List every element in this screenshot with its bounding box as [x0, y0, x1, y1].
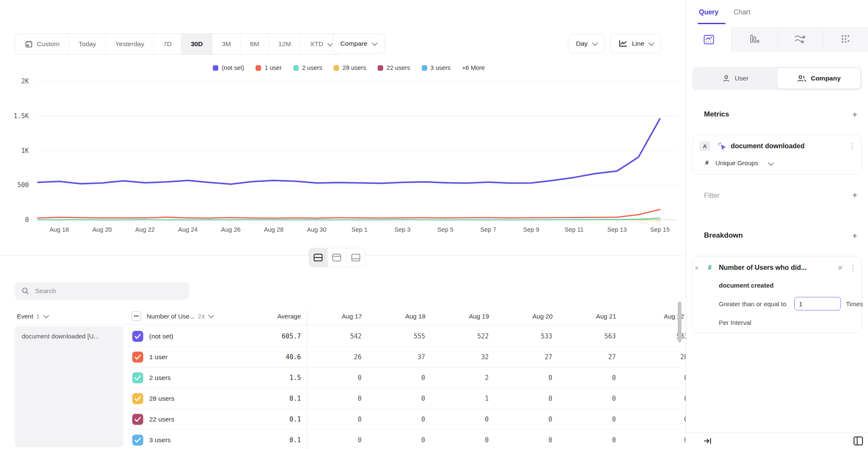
chart-type-flow-chart-icon[interactable] — [777, 27, 823, 52]
panel-toggle-icon[interactable] — [853, 435, 864, 446]
range-button-yesterday[interactable]: Yesterday — [106, 34, 154, 54]
row-value: 0 — [574, 409, 638, 430]
row-label: 3 users — [149, 430, 171, 449]
table-row: 2 users1.5002000 — [127, 368, 684, 388]
range-label: 6M — [250, 40, 259, 48]
calendar-icon — [25, 40, 33, 48]
date-column-header[interactable]: Aug 20 — [511, 308, 574, 324]
range-button-today[interactable]: Today — [69, 34, 106, 54]
chevron-down-icon — [372, 40, 378, 46]
chevron-down-icon — [648, 40, 654, 46]
row-value: 1 — [447, 388, 511, 409]
svg-text:Aug 18: Aug 18 — [50, 226, 69, 233]
row-value: 0 — [320, 430, 384, 449]
metric-card[interactable]: A document downloaded ⋮ # Unique Groups — [692, 135, 862, 175]
row-checkbox[interactable] — [132, 331, 143, 342]
svg-text:Sep 3: Sep 3 — [395, 226, 411, 233]
top-pane-view-icon — [332, 253, 342, 262]
range-button-12m[interactable]: 12M — [269, 34, 301, 54]
tab-chart[interactable]: Chart — [734, 8, 750, 16]
tab-query[interactable]: Query — [699, 8, 718, 16]
search-input[interactable] — [34, 287, 183, 295]
row-value: 0 — [320, 388, 384, 409]
event-column-header[interactable]: Event 1 — [17, 308, 48, 324]
hash-icon: # — [708, 264, 712, 272]
collapse-panel-icon[interactable] — [704, 437, 712, 445]
svg-text:0: 0 — [25, 216, 29, 224]
row-checkbox[interactable] — [132, 352, 143, 363]
metric-menu-icon[interactable]: ⋮ — [849, 142, 856, 151]
row-checkbox[interactable] — [132, 372, 143, 383]
row-value: 0 — [447, 430, 511, 449]
table-row: 3 users0.1000000 — [127, 430, 684, 449]
table-row: (not set)605.7542555522533563533 — [127, 326, 684, 347]
chevron-down-icon — [208, 313, 214, 319]
search-box — [15, 282, 189, 300]
scope-option-user[interactable]: User — [694, 68, 777, 89]
range-button-custom[interactable]: Custom — [15, 34, 69, 54]
date-column-header[interactable]: Aug 18 — [384, 308, 447, 324]
table-row: 1 user40.6263732272728 — [127, 347, 684, 368]
row-average: 0.1 — [259, 409, 301, 430]
drag-handle-icon[interactable]: ≡ — [695, 265, 698, 271]
row-value: 27 — [574, 347, 638, 367]
table-scrollbar[interactable] — [678, 302, 682, 342]
range-button-7d[interactable]: 7D — [154, 34, 181, 54]
range-label: Custom — [37, 40, 59, 48]
condition-value-input[interactable] — [794, 297, 841, 310]
date-column-header[interactable]: Aug 19 — [447, 308, 511, 324]
date-column-header[interactable]: Aug 17 — [320, 308, 384, 324]
range-label: 12M — [278, 40, 291, 48]
range-label: 7D — [163, 40, 172, 48]
layout-option-top-pane-view[interactable] — [327, 248, 346, 267]
breakdown-heading: Breakdown — [704, 231, 743, 240]
svg-text:Aug 30: Aug 30 — [307, 226, 326, 233]
row-checkbox[interactable] — [132, 435, 143, 446]
close-icon[interactable]: ✕ — [837, 264, 843, 272]
row-value: 555 — [384, 326, 447, 346]
chart-type-bar-chart-icon[interactable] — [732, 27, 777, 52]
row-checkbox[interactable] — [132, 414, 143, 425]
row-value: 27 — [511, 347, 574, 367]
row-value: 0 — [574, 388, 638, 409]
layout-option-split-view[interactable] — [309, 248, 327, 267]
average-column-header[interactable]: Average — [259, 308, 301, 324]
svg-text:Sep 13: Sep 13 — [607, 226, 627, 233]
row-label: 2 users — [149, 368, 171, 388]
group-column-header[interactable]: Number of Use... 24 — [131, 308, 213, 324]
line-chart[interactable]: 05001K1.5K2KAug 18Aug 20Aug 22Aug 24Aug … — [0, 55, 684, 241]
svg-text:Aug 20: Aug 20 — [92, 226, 112, 233]
click-event-icon — [717, 141, 727, 152]
scope-option-company[interactable]: Company — [777, 68, 861, 89]
select-all-checkbox[interactable] — [131, 311, 141, 321]
chart-type-button[interactable]: Line — [610, 34, 662, 53]
table-row: 22 users0.1000000 — [127, 409, 684, 430]
measure-label[interactable]: Unique Groups — [715, 159, 758, 166]
user-icon — [722, 75, 730, 83]
date-column-header[interactable]: Aug 21 — [574, 308, 638, 324]
range-button-30d[interactable]: 30D — [181, 34, 212, 54]
chart-type-grid-dots-icon[interactable] — [823, 27, 868, 52]
event-row[interactable]: document downloaded [U... — [15, 326, 123, 447]
row-label: (not set) — [149, 326, 173, 346]
compare-button[interactable]: Compare — [332, 33, 385, 54]
metric-letter-badge: A — [699, 141, 710, 151]
row-value: 0 — [384, 368, 447, 388]
breakdown-menu-icon[interactable]: ⋮ — [849, 264, 857, 273]
layout-option-bottom-pane-view[interactable] — [346, 248, 365, 267]
line-chart-icon — [618, 39, 628, 48]
chart-type-line-chart-icon[interactable] — [686, 27, 732, 52]
row-checkbox[interactable] — [132, 393, 143, 404]
add-metric-button[interactable]: + — [850, 110, 860, 119]
group-header-count: 24 — [198, 313, 205, 320]
range-button-3m[interactable]: 3M — [212, 34, 241, 54]
breakdown-card[interactable]: ≡ # Number of Users who did... ✕ ⋮ docum… — [692, 256, 862, 333]
add-breakdown-button[interactable]: + — [850, 231, 860, 241]
interval-button[interactable]: Day — [568, 34, 605, 53]
row-value: 26 — [320, 347, 384, 367]
add-filter-button[interactable]: + — [850, 191, 860, 200]
svg-text:1.5K: 1.5K — [14, 112, 29, 120]
layout-toggle-group — [309, 248, 365, 267]
range-button-6m[interactable]: 6M — [241, 34, 269, 54]
row-value: 0 — [511, 388, 574, 409]
